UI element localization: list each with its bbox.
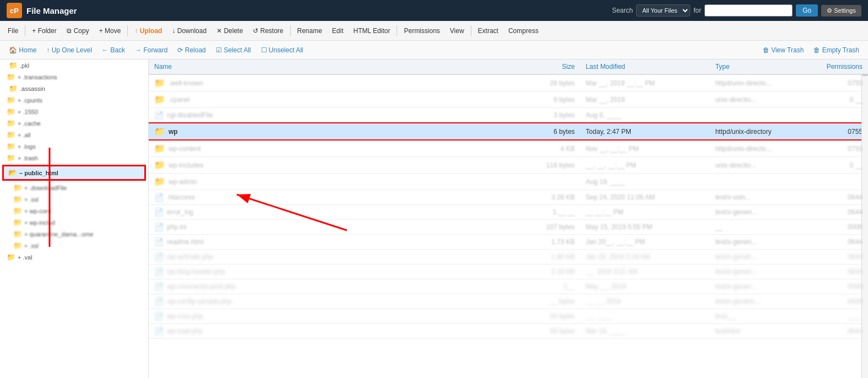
compress-button[interactable]: Compress bbox=[504, 25, 543, 37]
view-button[interactable]: View bbox=[446, 25, 469, 37]
permissions-button[interactable]: Permissions bbox=[399, 25, 444, 37]
file-name-cell[interactable]: 📄 wp-load.php bbox=[149, 324, 508, 338]
table-row[interactable]: 📄 cgi-disabledFile 3 bytes Aug 6, ____ bbox=[149, 108, 868, 123]
col-type[interactable]: Type bbox=[710, 60, 811, 74]
table-row[interactable]: 📄 php.ini 107 bytes May 15, 2019 5:55 PM… bbox=[149, 220, 868, 235]
html-editor-button[interactable]: HTML Editor bbox=[349, 25, 395, 37]
sidebar-item-transactions[interactable]: 📁 + .transactions bbox=[0, 71, 148, 83]
sidebar-item-wp-cont[interactable]: 📁 + wp-cont bbox=[0, 205, 148, 217]
table-row[interactable]: 📁 .well-known 28 bytes Mar __, 2019 __:_… bbox=[149, 74, 868, 91]
home-button[interactable]: 🏠 Home bbox=[4, 44, 41, 56]
folder-button[interactable]: + Folder bbox=[28, 25, 61, 37]
file-name-cell[interactable]: 📄 wp-blog-header.php bbox=[149, 264, 508, 279]
sidebar-item-downloadfile[interactable]: 📁 + .downloadFile bbox=[0, 182, 148, 193]
table-row[interactable]: 📁 wp-includes 118 bytes __, __, __:__ PM… bbox=[149, 157, 868, 174]
table-row[interactable]: 📄 error_log 1.__ __ __ __:__ PM text/x-g… bbox=[149, 205, 868, 220]
edit-button[interactable]: Edit bbox=[328, 25, 348, 37]
file-name-cell[interactable]: 📄 cgi-disabledFile bbox=[149, 108, 508, 122]
search-for-label: for bbox=[693, 7, 701, 14]
table-row[interactable]: 📁 wp-admin Aug 19, ____ bbox=[149, 174, 868, 190]
folder-icon: 📁 bbox=[154, 126, 165, 137]
file-name-cell[interactable]: 📁 wp-admin bbox=[149, 174, 508, 190]
file-name-cell[interactable]: 📄 wp-config-sample.php bbox=[149, 294, 508, 309]
table-row[interactable]: 📄 wp-blog-header.php 2.19 KB __, 2019 3:… bbox=[149, 264, 868, 279]
settings-button[interactable]: ⚙ Settings bbox=[821, 5, 861, 17]
upload-button[interactable]: ↑ Upload bbox=[130, 25, 166, 37]
sidebar-item-all[interactable]: 📁 + .all bbox=[0, 129, 148, 141]
col-size[interactable]: Size bbox=[508, 60, 581, 74]
unselect-all-button[interactable]: ☐ Unselect All bbox=[257, 44, 308, 56]
table-row[interactable]: 📄 wp-comments-post.php 2__ May __, 2019 … bbox=[149, 279, 868, 294]
wp-name-cell[interactable]: 📁 wp bbox=[149, 123, 508, 139]
table-row[interactable]: 📄 readme.html 1.73 KB Jan 20__, __:__ PM… bbox=[149, 235, 868, 250]
file-name-cell[interactable]: 📄 readme.html bbox=[149, 235, 508, 249]
sidebar-item-cpunts[interactable]: 📁 + .cpunts bbox=[0, 94, 148, 106]
sidebar-item-quarantine[interactable]: 📁 + quarantine_dama...ome bbox=[0, 228, 148, 240]
go-button[interactable]: Go bbox=[796, 4, 818, 17]
file-name-cell[interactable]: 📄 php.ini bbox=[149, 220, 508, 234]
col-modified[interactable]: Last Modified bbox=[581, 60, 710, 74]
sidebar-item-ssl2[interactable]: 📁 + .ssl bbox=[0, 240, 148, 251]
folder-icon: 📁 bbox=[13, 241, 22, 250]
app-title: File Manager bbox=[26, 6, 612, 15]
file-name-cell[interactable]: 📁 wp-content bbox=[149, 141, 508, 156]
file-name-cell[interactable]: 📁 .well-known bbox=[149, 75, 508, 91]
move-button[interactable]: + Move bbox=[95, 25, 126, 37]
file-date-cell: __, ____ bbox=[581, 309, 710, 324]
forward-button[interactable]: → Forward bbox=[131, 44, 172, 56]
folder-icon: 📁 bbox=[7, 253, 15, 261]
wp-folder-row[interactable]: 📁 wp 6 bytes Today, 2:47 PM httpd/unix-d… bbox=[149, 123, 868, 140]
up-level-button[interactable]: ↑ Up One Level bbox=[42, 44, 96, 56]
sidebar-item-public-html[interactable]: 📂 – public_html bbox=[2, 165, 146, 181]
file-name-cell[interactable]: 📁 wp-includes bbox=[149, 157, 508, 173]
file-name-cell[interactable]: 📄 .htaccess bbox=[149, 190, 508, 204]
sidebar-item-trash[interactable]: 📁 + .trash bbox=[0, 152, 148, 164]
file-name-cell[interactable]: 📄 wp-cron.php bbox=[149, 309, 508, 323]
empty-trash-button[interactable]: 🗑 Empty Trash bbox=[809, 44, 864, 56]
table-row[interactable]: 📁 wp-content 4 KB Nov __, __:__ PM httpd… bbox=[149, 140, 868, 157]
copy-button[interactable]: ⧉ Copy bbox=[62, 25, 94, 37]
delete-button[interactable]: ✕ Delete bbox=[212, 25, 247, 37]
search-select[interactable]: All Your Files bbox=[636, 4, 690, 17]
download-button[interactable]: ↓ Download bbox=[167, 25, 211, 37]
folder-icon: 📁 bbox=[154, 94, 165, 105]
table-row[interactable]: 📄 wp-activate.php 1.90 KB Jan 20, 2019 3… bbox=[149, 250, 868, 264]
view-trash-button[interactable]: 🗑 View Trash bbox=[758, 44, 808, 56]
select-all-button[interactable]: ☑ Select All bbox=[211, 44, 256, 56]
table-row[interactable]: 📄 wp-cron.php 59 bytes __, ____ text/__ … bbox=[149, 309, 868, 324]
file-button[interactable]: File bbox=[3, 25, 23, 37]
sidebar-item-cache[interactable]: 📁 + .cache bbox=[0, 117, 148, 129]
file-icon: 📄 bbox=[154, 267, 164, 276]
file-name-cell[interactable]: 📄 error_log bbox=[149, 205, 508, 219]
extract-button[interactable]: Extract bbox=[474, 25, 503, 37]
restore-button[interactable]: ↺ Restore bbox=[248, 25, 287, 37]
file-size-cell: 9 bytes bbox=[508, 91, 581, 108]
file-size-cell: 107 bytes bbox=[508, 220, 581, 235]
table-row[interactable]: 📄 wp-config-sample.php __ bytes __ __, 2… bbox=[149, 294, 868, 309]
file-perm-cell: 0644 bbox=[811, 250, 868, 264]
folder-icon: 📁 bbox=[7, 154, 15, 162]
sidebar-item-wp-includ[interactable]: 📁 + wp-includ bbox=[0, 217, 148, 228]
file-name-cell[interactable]: 📄 wp-activate.php bbox=[149, 250, 508, 264]
table-row[interactable]: 📁 .cpanel 9 bytes Mar __, 2019 unix-dire… bbox=[149, 91, 868, 108]
file-table: Name Size Last Modified Type Permissions… bbox=[149, 60, 868, 339]
file-area: Name Size Last Modified Type Permissions… bbox=[149, 60, 868, 378]
col-name[interactable]: Name bbox=[149, 60, 508, 74]
sidebar-item-pkl[interactable]: 📁 .pkl bbox=[0, 60, 148, 71]
table-row[interactable]: 📄 .htaccess 3.28 KB Sep 24, 2020 11:06 A… bbox=[149, 190, 868, 205]
sidebar-item-assassin[interactable]: 📁 .assassin bbox=[0, 83, 148, 94]
file-name-cell[interactable]: 📄 wp-comments-post.php bbox=[149, 279, 508, 294]
file-name-cell[interactable]: 📁 .cpanel bbox=[149, 91, 508, 107]
sidebar-item-logs[interactable]: 📁 + .logs bbox=[0, 141, 148, 152]
file-icon: 📄 bbox=[154, 237, 164, 246]
rename-button[interactable]: Rename bbox=[293, 25, 327, 37]
file-perm-cell: 0644 bbox=[811, 190, 868, 205]
back-button[interactable]: ← Back bbox=[97, 44, 129, 56]
search-input[interactable] bbox=[704, 4, 793, 17]
sidebar-item-ssl[interactable]: 📁 + .ssl bbox=[0, 193, 148, 205]
sidebar-item-1550[interactable]: 📁 + .1550 bbox=[0, 106, 148, 117]
sidebar-item-val[interactable]: 📁 + .val bbox=[0, 251, 148, 263]
col-permissions[interactable]: Permissions bbox=[811, 60, 868, 74]
table-row[interactable]: 📄 wp-load.php 59 bytes Mar 18, ____ text… bbox=[149, 324, 868, 339]
reload-button[interactable]: ⟳ Reload bbox=[173, 44, 210, 56]
